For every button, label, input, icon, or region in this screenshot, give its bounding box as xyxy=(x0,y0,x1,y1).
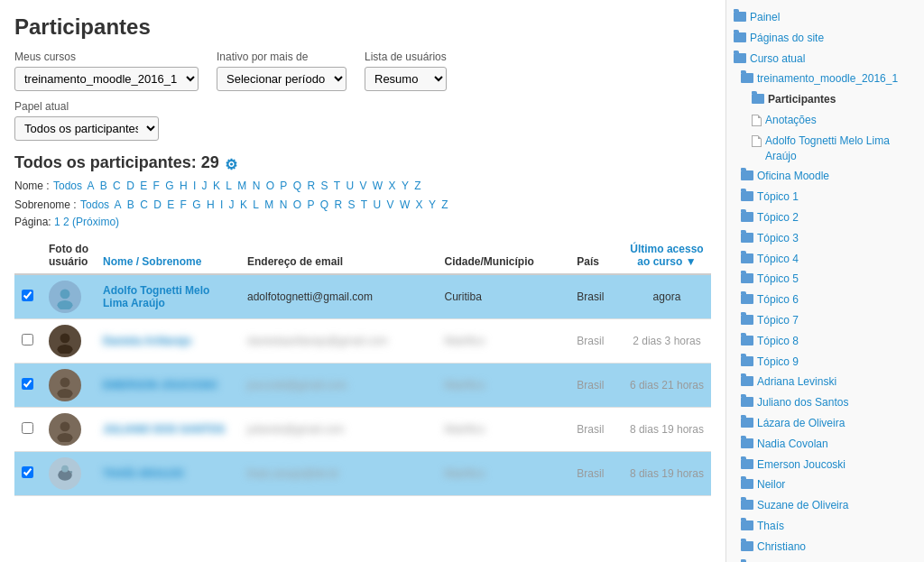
nome-letter-Y[interactable]: Y xyxy=(402,180,409,192)
sobrenome-letter-U[interactable]: U xyxy=(374,198,382,211)
sidebar-item-suzane[interactable]: Suzane de Oliveira xyxy=(726,495,924,516)
sidebar-link-topico7[interactable]: Tópico 7 xyxy=(757,313,799,328)
row-checkbox[interactable] xyxy=(22,466,33,478)
last-access-sort-link[interactable]: Último acesso ao curso ▼ xyxy=(630,243,703,268)
nome-letter-E[interactable]: E xyxy=(140,180,147,192)
page-1-link[interactable]: 1 xyxy=(54,216,60,228)
nome-letter-B[interactable]: B xyxy=(100,180,107,192)
nome-letter-T[interactable]: T xyxy=(334,180,340,192)
nome-letter-S[interactable]: S xyxy=(320,180,328,192)
sidebar-item-curso-atual[interactable]: Curso atual xyxy=(726,49,924,69)
nome-letter-Q[interactable]: Q xyxy=(293,180,301,192)
nome-letter-D[interactable]: D xyxy=(126,180,134,192)
nome-letter-K[interactable]: K xyxy=(213,180,220,192)
sidebar-item-neilor[interactable]: Neilor xyxy=(726,474,924,495)
nome-letter-O[interactable]: O xyxy=(266,180,274,192)
sidebar-link-oficina-moodle[interactable]: Oficina Moodle xyxy=(757,169,829,184)
header-name[interactable]: Nome / Sobrenome xyxy=(96,237,240,274)
sidebar-item-maria[interactable]: Maria da Graça xyxy=(726,557,924,562)
sidebar-item-christiano[interactable]: Christiano xyxy=(726,537,924,557)
sidebar-link-nadia[interactable]: Nadia Covolan xyxy=(757,437,828,452)
header-last-access[interactable]: Último acesso ao curso ▼ xyxy=(623,237,711,274)
nome-letter-P[interactable]: P xyxy=(280,180,287,192)
sobrenome-letter-R[interactable]: R xyxy=(334,198,342,211)
role-select[interactable]: Todos os participantes xyxy=(14,116,159,141)
sobrenome-letter-J[interactable]: J xyxy=(229,198,235,211)
nome-letter-W[interactable]: W xyxy=(373,180,383,192)
sobrenome-letter-P[interactable]: P xyxy=(307,198,314,211)
row-checkbox[interactable] xyxy=(22,378,33,390)
nome-letter-C[interactable]: C xyxy=(113,180,121,192)
sidebar-link-topico4[interactable]: Tópico 4 xyxy=(757,252,799,267)
sobrenome-letter-A[interactable]: A xyxy=(114,198,121,211)
sidebar-link-topico9[interactable]: Tópico 9 xyxy=(757,355,799,370)
sidebar-link-topico3[interactable]: Tópico 3 xyxy=(757,231,799,246)
sidebar-item-topico3[interactable]: Tópico 3 xyxy=(726,228,924,249)
sidebar-link-christiano[interactable]: Christiano xyxy=(757,539,806,555)
sobrenome-letter-F[interactable]: F xyxy=(180,198,187,211)
sidebar-link-adolfo[interactable]: Adolfo Tognetti Melo Lima Araújo xyxy=(765,134,917,164)
sobrenome-letter-K[interactable]: K xyxy=(240,198,247,211)
sidebar-link-painel[interactable]: Painel xyxy=(750,10,780,25)
nome-letter-F[interactable]: F xyxy=(153,180,160,192)
sidebar-item-topico1[interactable]: Tópico 1 xyxy=(726,187,924,207)
row-checkbox[interactable] xyxy=(22,334,33,345)
sidebar-item-paginas-site[interactable]: Páginas do site xyxy=(726,28,924,49)
nome-letter-U[interactable]: U xyxy=(346,180,354,192)
sidebar-item-lazara[interactable]: Lázara de Oliveira xyxy=(726,413,924,434)
sidebar-link-participantes[interactable]: Participantes xyxy=(768,92,836,107)
sidebar-link-topico2[interactable]: Tópico 2 xyxy=(757,210,799,226)
sidebar-item-thais[interactable]: Thaís xyxy=(726,516,924,537)
nome-letter-N[interactable]: N xyxy=(253,180,261,192)
row-checkbox[interactable] xyxy=(22,422,33,434)
sidebar-item-oficina-moodle[interactable]: Oficina Moodle xyxy=(726,166,924,187)
nome-letter-J[interactable]: J xyxy=(202,180,208,192)
sidebar-link-topico5[interactable]: Tópico 5 xyxy=(757,272,799,287)
sobrenome-letter-L[interactable]: L xyxy=(253,198,259,211)
sidebar-item-topico2[interactable]: Tópico 2 xyxy=(726,207,924,228)
sidebar-link-topico8[interactable]: Tópico 8 xyxy=(757,334,799,349)
sidebar-link-thais[interactable]: Thaís xyxy=(757,519,784,534)
sobrenome-letter-Z[interactable]: Z xyxy=(441,198,448,211)
sobrenome-letter-N[interactable]: N xyxy=(280,198,288,211)
sidebar-link-adriana[interactable]: Adriana Levinski xyxy=(757,374,836,390)
participant-name-link[interactable]: Daniela Artilarejo xyxy=(103,335,191,347)
sobrenome-letter-E[interactable]: E xyxy=(167,198,174,211)
sidebar-item-topico7[interactable]: Tópico 7 xyxy=(726,310,924,331)
user-list-select[interactable]: Resumo xyxy=(365,67,447,91)
sidebar-item-treinamento[interactable]: treinamento_moodle_2016_1 xyxy=(726,69,924,89)
sobrenome-letter-B[interactable]: B xyxy=(127,198,134,211)
sidebar-item-nadia[interactable]: Nadia Covolan xyxy=(726,434,924,455)
sidebar-item-adriana[interactable]: Adriana Levinski xyxy=(726,372,924,392)
sidebar-link-curso-atual[interactable]: Curso atual xyxy=(750,51,805,67)
sidebar-link-emerson[interactable]: Emerson Joucoski xyxy=(757,457,845,473)
row-checkbox[interactable] xyxy=(22,290,33,301)
sobrenome-todos-link[interactable]: Todos xyxy=(80,198,109,211)
sidebar-item-topico8[interactable]: Tópico 8 xyxy=(726,331,924,352)
sidebar-item-topico6[interactable]: Tópico 6 xyxy=(726,290,924,310)
nome-letter-L[interactable]: L xyxy=(226,180,232,192)
nome-todos-link[interactable]: Todos xyxy=(53,180,82,192)
sidebar-link-topico6[interactable]: Tópico 6 xyxy=(757,292,799,308)
sidebar-item-juliano[interactable]: Juliano dos Santos xyxy=(726,392,924,413)
sidebar-link-neilor[interactable]: Neilor xyxy=(757,477,785,493)
nome-letter-V[interactable]: V xyxy=(359,180,366,192)
inactive-select[interactable]: Selecionar período xyxy=(217,67,346,91)
participant-name-link[interactable]: THAÍS ARAUJO xyxy=(103,467,184,480)
participant-name-link[interactable]: JULIANO DOS SANTOS xyxy=(103,423,225,436)
nome-letter-R[interactable]: R xyxy=(307,180,315,192)
sidebar-item-anotacoes[interactable]: Anotações xyxy=(726,110,924,131)
sidebar-link-juliano[interactable]: Juliano dos Santos xyxy=(757,395,848,410)
sobrenome-letter-Q[interactable]: Q xyxy=(320,198,328,211)
participant-name-link[interactable]: Adolfo Tognetti Melo Lima Araújo xyxy=(103,284,209,309)
sidebar-item-painel[interactable]: Painel xyxy=(726,7,924,28)
sidebar-link-anotacoes[interactable]: Anotações xyxy=(765,113,817,128)
sobrenome-letter-Y[interactable]: Y xyxy=(429,198,436,211)
sidebar-item-topico4[interactable]: Tópico 4 xyxy=(726,249,924,270)
page-2-link[interactable]: 2 xyxy=(63,216,69,228)
nome-letter-M[interactable]: M xyxy=(237,180,246,192)
sobrenome-letter-M[interactable]: M xyxy=(264,198,273,211)
sobrenome-letter-X[interactable]: X xyxy=(416,198,423,211)
my-courses-select[interactable]: treinamento_moodle_2016_1 xyxy=(14,67,199,91)
sobrenome-letter-C[interactable]: C xyxy=(140,198,148,211)
